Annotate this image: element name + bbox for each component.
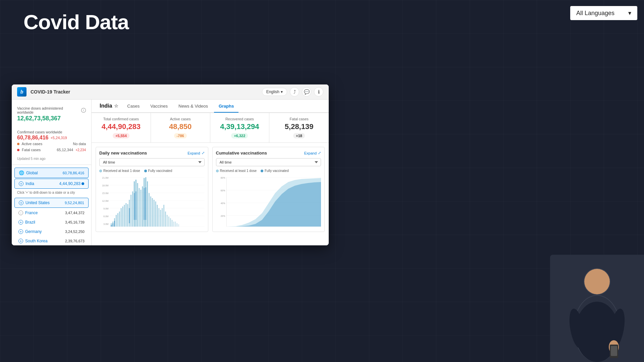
share-button[interactable]: ⤴ (290, 87, 299, 97)
india-expand-icon[interactable]: + (19, 181, 23, 186)
stat-active: Active cases 48,850 -786 (151, 113, 210, 142)
daily-expand-btn[interactable]: Expand ⤢ (187, 151, 204, 155)
language-dropdown[interactable]: All Languages ▾ (570, 6, 637, 20)
svg-rect-30 (137, 183, 138, 227)
vaccination-section: Daily new vaccinations Expand ⤢ All time… (92, 143, 329, 236)
bing-logo: b (17, 87, 26, 97)
svg-rect-17 (116, 215, 117, 227)
daily-legend: Received at least 1 dose Fully vaccinate… (99, 169, 205, 173)
fatal-value: 5,28,139 (275, 122, 323, 131)
language-button[interactable]: English ▾ (262, 88, 287, 96)
svg-text:60%: 60% (220, 189, 225, 192)
tab-news[interactable]: News & Videos (174, 100, 213, 113)
svg-rect-49 (168, 217, 169, 227)
svg-rect-61 (136, 191, 137, 220)
svg-rect-40 (154, 200, 155, 227)
legend-dot-full (144, 170, 147, 172)
country-item-brazil[interactable]: + Brazil 3,45,16,739 (14, 218, 89, 227)
page-title: Covid Data (23, 10, 129, 34)
tab-graphs[interactable]: Graphs (214, 100, 239, 113)
svg-rect-42 (157, 205, 158, 227)
divider1 (12, 165, 91, 165)
svg-rect-27 (132, 191, 133, 227)
svg-rect-32 (140, 190, 141, 227)
confirmed-label: Confirmed cases worldwide (17, 130, 86, 134)
drill-hint: Click '+' to drill-down to a state or a … (12, 189, 91, 197)
confirmed-value: 60,78,86,416 +5,24,319 (17, 135, 86, 141)
svg-rect-20 (121, 208, 122, 227)
svg-rect-18 (117, 213, 118, 227)
main-content: India ☆ Cases Vaccines News & Videos Gra… (92, 100, 329, 245)
svg-rect-24 (127, 204, 128, 227)
country-item-india[interactable]: + India 4,44,90,283 (14, 179, 89, 189)
svg-rect-19 (119, 212, 120, 227)
globe-icon: 🌐 (19, 170, 24, 175)
stat-fatal: Fatal cases 5,28,139 +18 (269, 113, 329, 142)
chat-button[interactable]: 💬 (302, 87, 311, 97)
info-icon: ℹ (318, 89, 320, 95)
nav-country: India ☆ (97, 100, 121, 112)
fatal-row: Fatal cases 65,12,344 +2,234 (17, 147, 86, 153)
vaccine-info-icon[interactable]: i (81, 108, 86, 113)
svg-rect-36 (147, 181, 148, 227)
person-avatar (550, 255, 644, 362)
active-delta: -786 (174, 133, 187, 138)
svg-rect-26 (130, 195, 131, 227)
active-value: 48,850 (156, 122, 205, 131)
cumulative-vacc-chart: 80% 60% 40% 20% (216, 175, 321, 228)
svg-rect-31 (139, 188, 140, 227)
total-confirmed-value: 4,44,90,283 (97, 122, 145, 131)
star-icon[interactable]: ☆ (114, 103, 118, 109)
svg-rect-53 (175, 222, 176, 227)
country-item-global[interactable]: 🌐 Global 60,78,86,416 (14, 168, 89, 178)
active-dot (17, 143, 19, 145)
daily-vacc-header: Daily new vaccinations Expand ⤢ (99, 150, 205, 156)
browser-toolbar: b COVID-19 Tracker English ▾ ⤴ 💬 ℹ (12, 84, 329, 100)
vaccine-label: Vaccine doses administered worldwide i (17, 106, 86, 114)
fatal-delta: +18 (293, 133, 305, 138)
svg-rect-50 (170, 218, 171, 227)
us-expand-icon[interactable]: + (19, 200, 23, 205)
svg-rect-21 (122, 206, 123, 227)
svg-text:3.0M: 3.0M (103, 223, 108, 225)
tab-vaccines[interactable]: Vaccines (146, 100, 172, 113)
browser-actions: English ▾ ⤴ 💬 ℹ (262, 87, 323, 97)
info-button[interactable]: ℹ (314, 87, 323, 97)
cumul-legend-dot-full (261, 170, 263, 172)
svg-rect-38 (150, 196, 151, 227)
content-area: Vaccine doses administered worldwide i 1… (12, 100, 329, 245)
cumulative-time-filter[interactable]: All time (216, 158, 321, 166)
svg-text:40%: 40% (220, 202, 225, 204)
svg-text:6.0M: 6.0M (103, 215, 108, 218)
svg-rect-37 (149, 193, 150, 227)
country-item-southkorea[interactable]: + South Korea 2,39,76,673 (14, 237, 89, 245)
vaccine-section: Vaccine doses administered worldwide i 1… (12, 104, 91, 127)
svg-rect-33 (142, 186, 143, 227)
country-item-france[interactable]: ○ France 3,47,44,372 (14, 208, 89, 217)
stat-recovered: Recovered cases 4,39,13,294 +6,322 (210, 113, 270, 142)
language-text: English (266, 89, 279, 94)
confirmed-section: Confirmed cases worldwide 60,78,86,416 +… (12, 127, 91, 156)
cumulative-legend: Received at least 1 dose Fully vaccinate… (216, 169, 321, 173)
chevron-down-icon: ▾ (628, 9, 631, 17)
svg-text:18.0M: 18.0M (102, 184, 108, 187)
svg-rect-60 (134, 193, 135, 220)
country-item-germany[interactable]: + Germany 3,24,52,250 (14, 227, 89, 236)
svg-text:21.0M: 21.0M (102, 177, 108, 179)
svg-rect-62 (144, 188, 145, 220)
germany-expand-icon[interactable]: + (18, 229, 23, 234)
svg-rect-51 (172, 220, 173, 227)
cumulative-expand-btn[interactable]: Expand ⤢ (304, 151, 321, 155)
brazil-expand-icon[interactable]: + (18, 220, 23, 225)
svg-rect-63 (145, 187, 146, 220)
southkorea-expand-icon[interactable]: + (18, 239, 23, 243)
country-item-us[interactable]: + United States 9,52,24,801 (14, 198, 89, 208)
daily-time-filter[interactable]: All time (99, 158, 205, 166)
daily-vacc-chart: 21.0M 18.0M 15.0M 12.0M 9.0M 6.0M 3.0M (99, 175, 205, 228)
svg-rect-48 (167, 215, 168, 227)
tab-cases[interactable]: Cases (122, 100, 144, 113)
svg-rect-22 (124, 205, 125, 227)
browser-title: COVID-19 Tracker (31, 89, 258, 95)
svg-point-76 (584, 269, 610, 294)
svg-text:80%: 80% (220, 177, 225, 179)
